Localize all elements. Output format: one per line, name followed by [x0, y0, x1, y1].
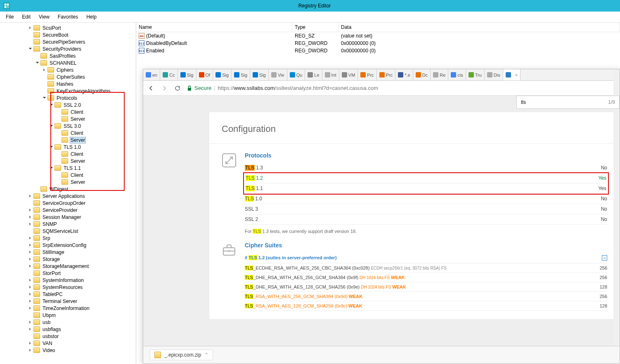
tree-item[interactable]: StillImage	[0, 249, 136, 256]
col-type[interactable]: Type	[292, 23, 338, 32]
expand-icon[interactable]	[28, 250, 33, 254]
tree-item[interactable]: Storage	[0, 256, 136, 263]
tree-item[interactable]: Client	[0, 150, 136, 157]
tree-item[interactable]: SystemResources	[0, 284, 136, 291]
browser-tab[interactable]: Int	[322, 69, 339, 80]
tree-item[interactable]: Ubpm	[0, 312, 136, 319]
col-data[interactable]: Data	[338, 23, 620, 32]
browser-tab[interactable]: Sig	[250, 69, 269, 80]
tree-item[interactable]: Terminal Server	[0, 298, 136, 305]
collapse-icon[interactable]	[49, 124, 54, 128]
menu-view[interactable]: View	[35, 12, 54, 21]
browser-tab[interactable]: Of	[196, 69, 213, 80]
tree-item[interactable]: SNMP	[0, 221, 136, 228]
menu-favorites[interactable]: Favorites	[54, 12, 82, 21]
list-row[interactable]: 011EnabledREG_DWORD0x00000000 (0)	[136, 47, 620, 54]
browser-tab[interactable]: ×	[503, 69, 521, 80]
expand-icon[interactable]	[28, 348, 33, 352]
expand-icon[interactable]	[28, 292, 33, 296]
tree-item[interactable]: usbflags	[0, 326, 136, 333]
tree-item[interactable]: Srp	[0, 235, 136, 242]
tree-item[interactable]: Hashes	[0, 80, 136, 87]
browser-tab[interactable]: Re	[431, 69, 448, 80]
expand-icon[interactable]	[28, 264, 33, 268]
collapse-button[interactable]: −	[602, 255, 607, 261]
tree-item[interactable]: KeyExchangeAlgorithms	[0, 87, 136, 94]
browser-tab[interactable]: Vie	[269, 69, 287, 80]
menu-edit[interactable]: Edit	[18, 12, 35, 21]
menu-help[interactable]: Help	[82, 12, 101, 21]
collapse-icon[interactable]	[49, 166, 54, 170]
browser-tab[interactable]: Qu	[287, 69, 305, 80]
tree-item[interactable]: SaslProfiles	[0, 52, 136, 59]
expand-icon[interactable]	[28, 194, 33, 198]
col-name[interactable]: Name	[136, 23, 292, 32]
browser-tab[interactable]: en	[143, 69, 160, 80]
tree-item[interactable]: Ciphers	[0, 66, 136, 73]
expand-icon[interactable]	[28, 208, 33, 212]
browser-tab[interactable]: Cc	[160, 69, 177, 80]
browser-tab[interactable]: Sig	[232, 69, 250, 80]
tree-item[interactable]: Client	[0, 129, 136, 136]
forward-button[interactable]	[161, 85, 168, 92]
tree-item[interactable]: Server	[0, 136, 136, 143]
browser-tab[interactable]: Prc	[377, 69, 396, 80]
tree-item[interactable]: ServiceGroupOrder	[0, 200, 136, 207]
chevron-up-icon[interactable]: ⌃	[204, 352, 208, 358]
tree-item[interactable]: Server	[0, 157, 136, 164]
browser-tab[interactable]: cis	[448, 69, 466, 80]
expand-icon[interactable]	[28, 26, 33, 30]
browser-tabs[interactable]: enCcSigOfSigSigSigVieQuLeIntVMPrcPrc*.eD…	[143, 69, 620, 81]
browser-tab[interactable]: Sig	[178, 69, 196, 80]
expand-icon[interactable]	[28, 222, 33, 226]
expand-icon[interactable]	[42, 68, 47, 72]
expand-icon[interactable]	[28, 257, 33, 261]
tree-item[interactable]: usbstor	[0, 333, 136, 340]
expand-icon[interactable]	[28, 320, 33, 324]
tree-item[interactable]: ServiceProvider	[0, 207, 136, 214]
tree-item[interactable]: SQMServiceList	[0, 228, 136, 235]
tree-item[interactable]: SystemInformation	[0, 277, 136, 284]
collapse-icon[interactable]	[42, 96, 47, 100]
tree-item[interactable]: usb	[0, 319, 136, 326]
browser-tab[interactable]: Dis	[485, 69, 503, 80]
list-body[interactable]: ab(Default)REG_SZ(value not set)011Disab…	[136, 32, 620, 54]
collapse-icon[interactable]	[35, 61, 40, 65]
browser-tab[interactable]: Sig	[213, 69, 232, 80]
browser-tab[interactable]: Le	[305, 69, 322, 80]
expand-icon[interactable]	[28, 278, 33, 282]
tree-item[interactable]: Server	[0, 115, 136, 122]
tree-item[interactable]: SecureBoot	[0, 31, 136, 38]
tree-item[interactable]: SrpExtensionConfig	[0, 242, 136, 249]
browser-tab[interactable]: VM	[339, 69, 358, 80]
list-row[interactable]: 011DisabledByDefaultREG_DWORD0x00000000 …	[136, 40, 620, 47]
collapse-icon[interactable]	[49, 103, 54, 107]
tree-item[interactable]: TabletPC	[0, 291, 136, 298]
download-item[interactable]: _.epicxp.com.zip ⌃	[150, 350, 213, 360]
list-row[interactable]: ab(Default)REG_SZ(value not set)	[136, 32, 620, 40]
tree-item[interactable]: Session Manager	[0, 214, 136, 221]
browser-tab[interactable]: Dc	[413, 69, 431, 80]
collapse-icon[interactable]	[49, 145, 54, 149]
tree-item[interactable]: StorageManagement	[0, 263, 136, 270]
tree-item[interactable]: SecurePipeServers	[0, 38, 136, 45]
expand-icon[interactable]	[28, 306, 33, 310]
tree-item[interactable]: StorPort	[0, 270, 136, 277]
expand-icon[interactable]	[28, 299, 33, 303]
browser-tab[interactable]: Tru	[466, 69, 485, 80]
tree-item[interactable]: Server	[0, 178, 136, 186]
find-bar[interactable]: 1/9	[516, 96, 620, 109]
back-button[interactable]	[147, 85, 155, 92]
browser-tab[interactable]: Prc	[358, 69, 377, 80]
tree-item[interactable]: TimeZoneInformation	[0, 305, 136, 312]
tree-item[interactable]: SCHANNEL	[0, 59, 136, 66]
tree-item[interactable]: WDigest	[0, 186, 136, 193]
expand-icon[interactable]	[28, 243, 33, 247]
expand-icon[interactable]	[28, 285, 33, 289]
browser-content[interactable]: 1/9 Configuration Protocols TLS 1.3NoTLS…	[143, 96, 620, 363]
tree-item[interactable]: VAN	[0, 340, 136, 347]
list-header[interactable]: Name Type Data	[136, 23, 620, 32]
tree-item[interactable]: Client	[0, 108, 136, 115]
tree-item[interactable]: TLS 1.1	[0, 164, 136, 171]
tree-item[interactable]: SSL 2.0	[0, 101, 136, 108]
